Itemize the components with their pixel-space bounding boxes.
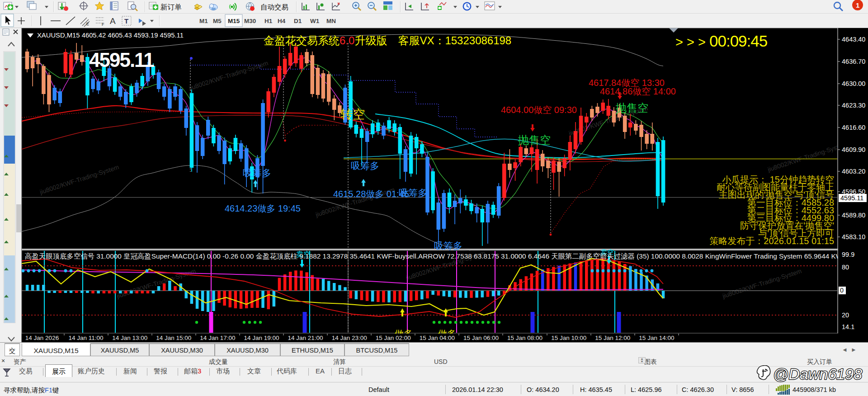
svg-text:W1: W1 bbox=[310, 18, 320, 24]
svg-text:4630.00: 4630.00 bbox=[842, 80, 865, 87]
svg-text:吸筹多: 吸筹多 bbox=[399, 188, 427, 198]
svg-text:F: F bbox=[102, 22, 104, 27]
svg-text:4609.90: 4609.90 bbox=[842, 146, 865, 153]
svg-text:D1: D1 bbox=[294, 18, 302, 24]
svg-text:M30: M30 bbox=[244, 18, 256, 24]
svg-text:@Dawn6198: @Dawn6198 bbox=[773, 365, 862, 382]
svg-text:14 Jan 19:00: 14 Jan 19:00 bbox=[244, 335, 279, 341]
svg-text:1: 1 bbox=[856, 1, 859, 9]
svg-text:A: A bbox=[110, 16, 116, 26]
svg-text:4614.23做多 19:45: 4614.23做多 19:45 bbox=[225, 203, 301, 213]
svg-text:4623.30: 4623.30 bbox=[842, 102, 865, 109]
svg-text:15 Jan 04:00: 15 Jan 04:00 bbox=[420, 335, 455, 341]
svg-text:4614.86做空 14:00: 4614.86做空 14:00 bbox=[600, 86, 676, 96]
svg-text:15 Jan 14:00: 15 Jan 14:00 bbox=[639, 335, 674, 341]
svg-text:20: 20 bbox=[842, 311, 849, 319]
svg-text:高盈天眼顶底多空信号 31.0000 皇冠高盈Super-: 高盈天眼顶底多空信号 31.0000 皇冠高盈Super-MACD(14) 0.… bbox=[25, 252, 868, 260]
svg-text:H1: H1 bbox=[264, 18, 273, 24]
svg-text:15 Jan 02:00: 15 Jan 02:00 bbox=[376, 335, 411, 341]
svg-text:MN: MN bbox=[326, 18, 336, 24]
svg-text:4589.80: 4589.80 bbox=[842, 212, 865, 219]
svg-text:T: T bbox=[124, 17, 128, 25]
svg-text:4583.10: 4583.10 bbox=[842, 233, 865, 240]
svg-text:14 Jan 23:00: 14 Jan 23:00 bbox=[332, 335, 367, 341]
svg-text:策略发布于：2026.01.15 01:15: 策略发布于：2026.01.15 01:15 bbox=[709, 236, 834, 246]
svg-text:> > > 00:09:45: > > > 00:09:45 bbox=[675, 32, 767, 50]
svg-text:M1: M1 bbox=[199, 18, 208, 24]
svg-text:4616.60: 4616.60 bbox=[842, 124, 865, 131]
svg-text:H4: H4 bbox=[278, 18, 286, 24]
svg-text:99.9: 99.9 bbox=[842, 251, 854, 258]
svg-text:吸筹多: 吸筹多 bbox=[351, 160, 379, 171]
svg-text:4643.40: 4643.40 bbox=[842, 36, 865, 43]
svg-text:4595.11: 4595.11 bbox=[840, 194, 863, 202]
svg-text:80: 80 bbox=[842, 264, 849, 271]
svg-text:14.1: 14.1 bbox=[842, 323, 854, 330]
svg-text:14 Jan 11:00: 14 Jan 11:00 bbox=[69, 335, 104, 341]
svg-text:15 Jan 12:00: 15 Jan 12:00 bbox=[595, 335, 630, 341]
svg-text:14 Jan 17:00: 14 Jan 17:00 bbox=[200, 335, 235, 341]
svg-text:新订单: 新订单 bbox=[160, 3, 182, 11]
svg-text:4615.28做多 01:45: 4615.28做多 01:45 bbox=[333, 189, 409, 199]
svg-text:抛售空: 抛售空 bbox=[615, 102, 648, 114]
svg-text:4603.20: 4603.20 bbox=[842, 168, 865, 175]
svg-text:15 Jan 06:00: 15 Jan 06:00 bbox=[463, 335, 499, 341]
svg-text:4604.00做空 09:30: 4604.00做空 09:30 bbox=[501, 105, 577, 115]
svg-text:0: 0 bbox=[840, 287, 844, 294]
svg-text:15 Jan 10:00: 15 Jan 10:00 bbox=[551, 335, 586, 341]
svg-text:XAUUSD,M15 4605.42 4605.43 45: XAUUSD,M15 4605.42 4605.43 4593.19 4595.… bbox=[37, 32, 184, 39]
svg-text:M5: M5 bbox=[213, 18, 222, 24]
svg-text:转空: 转空 bbox=[340, 108, 365, 121]
svg-text:吸筹多: 吸筹多 bbox=[243, 168, 271, 178]
svg-text:15 Jan 08:00: 15 Jan 08:00 bbox=[507, 335, 542, 341]
svg-text:14 Jan 21:00: 14 Jan 21:00 bbox=[288, 335, 323, 341]
svg-text:自动交易: 自动交易 bbox=[260, 3, 288, 11]
svg-text:吸筹多: 吸筹多 bbox=[434, 240, 462, 251]
svg-text:14 Jan 2026: 14 Jan 2026 bbox=[25, 335, 59, 341]
svg-text:M15: M15 bbox=[228, 18, 240, 24]
svg-text:4595.11: 4595.11 bbox=[89, 49, 154, 71]
svg-text:金盈花交易系统6.0升级版 客服VX：15323086198: 金盈花交易系统6.0升级版 客服VX：15323086198 bbox=[264, 34, 511, 47]
svg-text:14 Jan 15:00: 14 Jan 15:00 bbox=[156, 335, 191, 341]
svg-text:4636.70: 4636.70 bbox=[842, 58, 865, 65]
svg-text:14 Jan 13:00: 14 Jan 13:00 bbox=[112, 335, 147, 341]
svg-text:抛售空: 抛售空 bbox=[518, 134, 551, 146]
svg-text:E: E bbox=[86, 22, 89, 26]
